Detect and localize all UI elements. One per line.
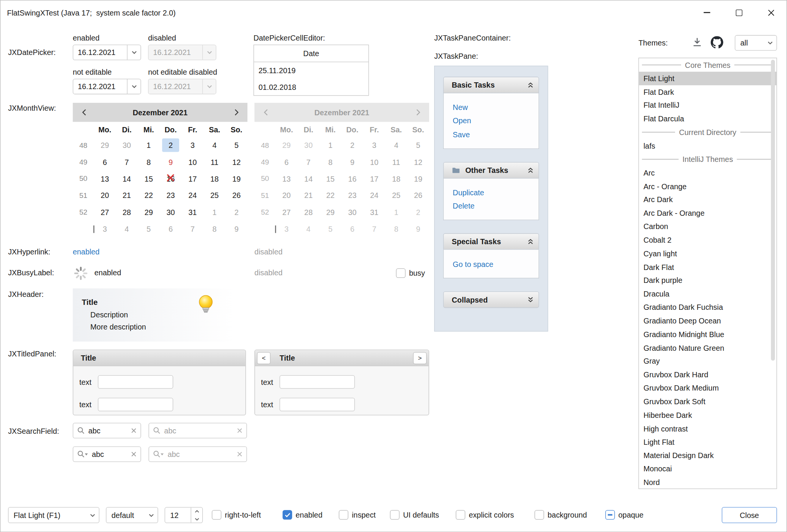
day-cell[interactable]: 18 <box>203 170 225 187</box>
next-button[interactable]: > <box>413 352 427 364</box>
datepicker-enabled[interactable]: 16.12.2021 <box>73 45 141 60</box>
checkbox-enabled[interactable] <box>283 510 292 519</box>
day-cell[interactable]: 7 <box>116 154 138 170</box>
chevron-double-up-icon[interactable] <box>527 239 534 245</box>
day-cell[interactable]: 2 <box>160 137 182 154</box>
day-cell[interactable]: 8 <box>138 154 160 170</box>
day-cell[interactable]: 8 <box>203 221 225 237</box>
day-cell[interactable]: 21 <box>116 187 138 204</box>
theme-item[interactable]: Flat Light <box>639 72 776 85</box>
taskpane-header[interactable]: Other Tasks <box>443 162 539 179</box>
day-cell[interactable]: 26 <box>225 187 247 204</box>
theme-item[interactable]: Gruvbox Dark Medium <box>639 381 776 395</box>
clear-icon[interactable] <box>131 451 137 457</box>
day-cell[interactable]: 3 <box>94 221 116 237</box>
theme-item[interactable]: Dark Flat <box>639 260 776 274</box>
day-cell[interactable]: 30 <box>160 204 182 221</box>
theme-item[interactable]: Monocai <box>639 462 776 476</box>
themes-filter-combo[interactable]: all <box>735 35 777 51</box>
maximize-button[interactable] <box>723 0 755 25</box>
theme-item[interactable]: Arc - Orange <box>639 179 776 193</box>
day-cell[interactable]: 31 <box>182 204 204 221</box>
theme-item[interactable]: Flat Dark <box>639 85 776 99</box>
theme-item[interactable]: Light Flat <box>639 435 776 449</box>
day-cell[interactable]: 17 <box>182 170 204 187</box>
day-cell[interactable]: 29 <box>94 137 116 154</box>
clear-icon[interactable] <box>131 428 137 433</box>
table-row[interactable]: 01.02.2018 <box>254 79 368 96</box>
text-input[interactable] <box>280 398 355 411</box>
theme-item[interactable]: lafs <box>639 139 776 152</box>
theme-item[interactable]: Arc Dark <box>639 193 776 206</box>
day-cell[interactable]: 24 <box>182 187 204 204</box>
theme-item[interactable]: Gray <box>639 355 776 368</box>
theme-item[interactable]: Gradianto Nature Green <box>639 341 776 355</box>
theme-item[interactable]: Flat Darcula <box>639 112 776 126</box>
hyperlink-enabled[interactable]: enabled <box>73 247 100 256</box>
theme-item[interactable]: Dark purple <box>639 274 776 287</box>
theme-item[interactable]: Gradianto Dark Fuchsia <box>639 301 776 314</box>
day-cell[interactable]: 10 <box>182 154 204 170</box>
day-cell[interactable]: 22 <box>138 187 160 204</box>
scrollbar-thumb[interactable] <box>771 60 775 361</box>
day-cell[interactable]: 20 <box>94 187 116 204</box>
day-cell[interactable]: 27 <box>94 204 116 221</box>
checkbox-background[interactable] <box>535 510 544 519</box>
busy-checkbox[interactable] <box>396 268 406 278</box>
day-cell[interactable]: 4 <box>203 137 225 154</box>
searchfield-with-menu[interactable]: abc <box>73 446 141 462</box>
day-cell[interactable]: 25 <box>203 187 225 204</box>
day-cell[interactable]: 5 <box>225 137 247 154</box>
chevron-double-up-icon[interactable] <box>527 167 534 173</box>
theme-item[interactable]: Material Design Dark <box>639 449 776 462</box>
search-menu-icon[interactable] <box>153 450 164 458</box>
day-cell[interactable]: 23 <box>160 187 182 204</box>
task-link[interactable]: Delete <box>444 199 538 213</box>
task-link[interactable]: New <box>444 100 538 114</box>
close-window-button[interactable] <box>755 0 787 25</box>
day-cell[interactable]: 12 <box>225 154 247 170</box>
chevron-down-icon[interactable] <box>127 79 141 94</box>
clear-icon[interactable] <box>237 428 242 433</box>
theme-item[interactable]: Cobalt 2 <box>639 233 776 247</box>
font-size-spinner[interactable]: 12 <box>165 507 203 523</box>
next-month-icon[interactable] <box>225 109 247 116</box>
day-cell[interactable]: 9 <box>160 154 182 170</box>
checkbox-explicit-colors[interactable] <box>456 510 465 519</box>
searchfield-with-menu-placeholder[interactable]: abc <box>149 446 247 462</box>
day-cell[interactable]: 1 <box>203 204 225 221</box>
theme-item[interactable]: Flat IntelliJ <box>639 99 776 112</box>
search-menu-icon[interactable] <box>77 450 88 458</box>
font-combo[interactable]: default <box>106 507 158 523</box>
day-cell[interactable]: 9 <box>225 221 247 237</box>
theme-item[interactable]: Gruvbox Dark Soft <box>639 395 776 408</box>
spinner-up-button[interactable] <box>191 508 202 515</box>
theme-item[interactable]: Gruvbox Dark Hard <box>639 368 776 381</box>
theme-item[interactable]: Nord <box>639 476 776 489</box>
checkbox-right-to-left[interactable] <box>212 510 221 519</box>
spinner-down-button[interactable] <box>191 515 202 523</box>
taskpane-header[interactable]: Collapsed <box>443 291 539 308</box>
checkbox-ui-defaults[interactable] <box>390 510 400 519</box>
task-link[interactable]: Go to space <box>444 257 538 271</box>
day-cell[interactable]: 5 <box>138 221 160 237</box>
day-cell[interactable]: 6 <box>94 154 116 170</box>
text-input[interactable] <box>98 398 173 411</box>
day-cell[interactable]: 2 <box>225 204 247 221</box>
task-link[interactable]: Save <box>444 128 538 141</box>
day-cell[interactable]: 29 <box>138 204 160 221</box>
datepicker-not-editable[interactable]: 16.12.2021 <box>73 79 141 94</box>
theme-item[interactable]: Arc Dark - Orange <box>639 206 776 220</box>
taskpane-header[interactable]: Basic Tasks <box>443 77 539 93</box>
day-cell[interactable]: 28 <box>116 204 138 221</box>
theme-item[interactable]: Carbon <box>639 220 776 234</box>
text-input[interactable] <box>98 375 173 389</box>
prev-month-icon[interactable] <box>73 109 95 116</box>
chevron-down-icon[interactable] <box>127 45 141 60</box>
prev-button[interactable]: < <box>257 352 271 364</box>
taskpane-header[interactable]: Special Tasks <box>443 234 539 250</box>
day-cell[interactable]: 30 <box>116 137 138 154</box>
day-cell[interactable]: 15 <box>138 170 160 187</box>
theme-combo[interactable]: Flat Light (F1) <box>8 507 99 523</box>
theme-item[interactable]: Arc <box>639 166 776 179</box>
